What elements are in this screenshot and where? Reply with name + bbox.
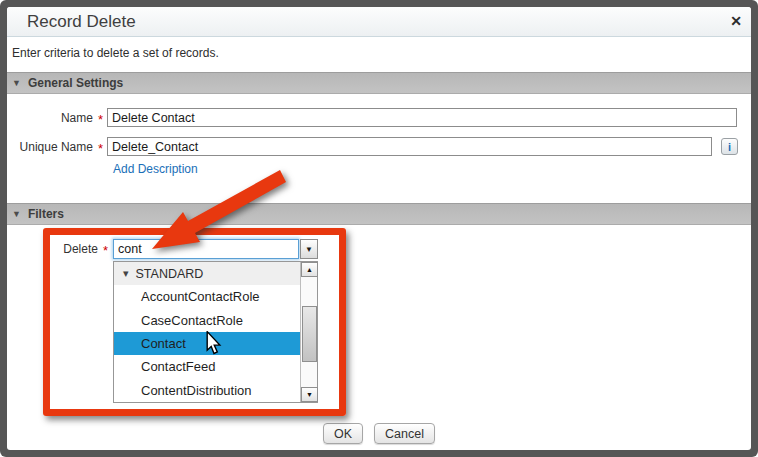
object-dropdown-list: ▾ STANDARD AccountContactRole CaseContac… [113,261,318,403]
required-asterisk: * [103,243,108,258]
dialog-description: Enter criteria to delete a set of record… [12,46,219,60]
group-label: STANDARD [136,267,204,281]
list-item[interactable]: ContactFeed [114,355,300,378]
list-item-selected[interactable]: Contact [114,332,300,355]
add-description-link[interactable]: Add Description [113,162,198,176]
section-label: Filters [28,207,64,221]
required-asterisk: * [98,141,103,156]
section-label: General Settings [28,76,123,90]
scrollbar-thumb[interactable] [302,306,317,362]
close-icon[interactable]: ✕ [730,11,742,31]
dialog-titlebar: Record Delete ✕ [7,7,751,37]
cancel-button[interactable]: Cancel [374,423,435,444]
group-collapse-icon: ▾ [123,267,129,280]
dialog-title: Record Delete [27,7,136,37]
delete-label: Delete * [7,239,108,259]
list-item[interactable]: CaseContactRole [114,308,300,331]
unique-name-input[interactable] [107,137,712,156]
dropdown-group-standard[interactable]: ▾ STANDARD [114,262,300,285]
screenshot-root: Record Delete ✕ Enter criteria to delete… [0,0,758,457]
name-label: Name * [7,108,103,128]
ok-button[interactable]: OK [323,423,363,444]
required-asterisk: * [98,112,103,127]
dialog-buttons: OK Cancel [7,423,751,444]
dropdown-rows: ▾ STANDARD AccountContactRole CaseContac… [114,262,300,402]
combobox-dropdown-button[interactable]: ▼ [300,239,318,259]
unique-name-label: Unique Name * [7,137,103,157]
collapse-triangle-icon: ▼ [12,209,21,219]
dropdown-scrollbar[interactable]: ▲ ▼ [300,262,317,402]
collapse-triangle-icon: ▼ [12,78,21,88]
scroll-up-icon[interactable]: ▲ [301,262,318,277]
scroll-down-icon[interactable]: ▼ [301,387,318,402]
chevron-down-icon: ▼ [305,245,313,254]
name-input[interactable] [107,108,737,127]
list-item[interactable]: ContentDistribution [114,379,300,402]
record-delete-dialog: Record Delete ✕ Enter criteria to delete… [7,7,751,450]
delete-object-combobox-input[interactable] [113,239,299,259]
section-header-general-settings[interactable]: ▼ General Settings [7,72,751,94]
section-header-filters[interactable]: ▼ Filters [7,203,751,225]
list-item[interactable]: AccountContactRole [114,285,300,308]
info-icon[interactable]: i [721,138,738,155]
